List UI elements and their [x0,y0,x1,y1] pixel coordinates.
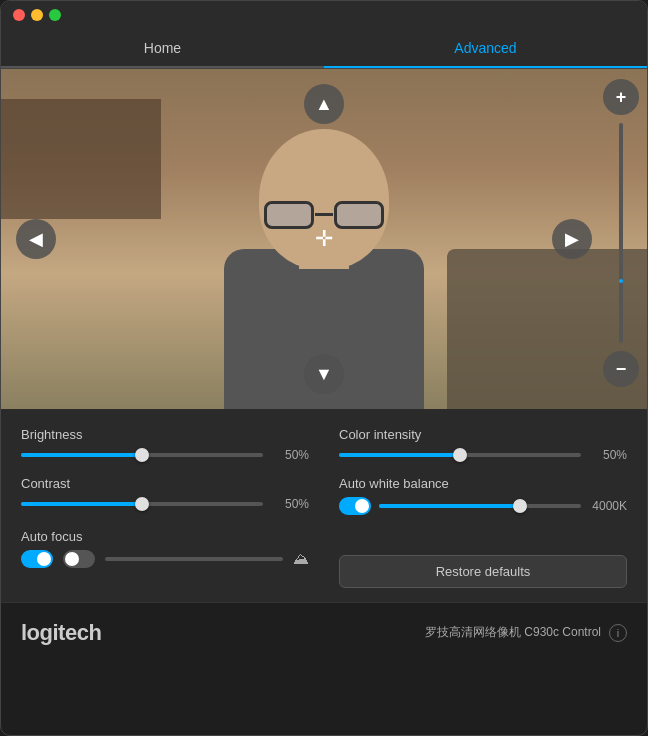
color-intensity-row: 50% [339,448,627,462]
mountain-icon: ⛰ [293,550,309,568]
info-icon[interactable]: i [609,624,627,642]
tab-advanced[interactable]: Advanced [324,29,647,68]
maximize-button[interactable] [49,9,61,21]
color-intensity-value: 50% [589,448,627,462]
color-intensity-slider[interactable] [339,453,581,457]
glass-bridge [315,213,333,216]
zoom-thumb[interactable] [619,279,623,283]
contrast-control: Contrast 50% [21,476,309,515]
traffic-lights [13,9,61,21]
footer: logitech 罗技高清网络像机 C930c Control i [1,602,647,662]
white-balance-fill [379,504,520,508]
auto-focus-control: Auto focus ⛰ [21,529,309,588]
auto-focus-toggle2[interactable] [63,550,95,568]
zoom-in-button[interactable]: + [603,79,639,115]
color-intensity-control: Color intensity 50% [339,427,627,462]
auto-focus-label: Auto focus [21,529,309,544]
contrast-row: 50% [21,497,309,511]
color-intensity-fill [339,453,460,457]
footer-right: 罗技高清网络像机 C930c Control i [425,624,627,642]
auto-white-balance-toggle[interactable] [339,497,371,515]
contrast-fill [21,502,142,506]
glass-left [264,201,314,229]
auto-focus-toggle[interactable] [21,550,53,568]
logitech-logo: logitech [21,620,101,646]
white-balance-slider[interactable] [379,504,581,508]
auto-white-balance-row: 4000K [339,497,627,515]
auto-focus-knob [37,552,51,566]
auto-focus-row: ⛰ [21,550,309,568]
glass-right [334,201,384,229]
nav-center-handle[interactable]: ✛ [315,226,333,252]
tab-bar: Home Advanced [1,29,647,69]
controls-grid: Brightness 50% Color intensity 50% [21,427,627,588]
restore-defaults-button[interactable]: Restore defaults [339,555,627,588]
tab-home[interactable]: Home [1,29,324,68]
brightness-slider[interactable] [21,453,263,457]
white-balance-value: 4000K [589,499,627,513]
device-name: 罗技高清网络像机 C930c Control [425,624,601,641]
zoom-track[interactable] [619,123,623,343]
zoom-out-button[interactable]: − [603,351,639,387]
nav-right-button[interactable]: ▶ [552,219,592,259]
nav-left-button[interactable]: ◀ [16,219,56,259]
auto-white-balance-knob [355,499,369,513]
brightness-row: 50% [21,448,309,462]
contrast-slider[interactable] [21,502,263,506]
zoom-slider-container: + − [603,79,639,387]
auto-white-balance-control: Auto white balance 4000K [339,476,627,515]
white-balance-thumb[interactable] [513,499,527,513]
focus-slider[interactable] [105,557,283,561]
wall-shelf [1,99,161,219]
title-bar [1,1,647,29]
nav-down-button[interactable]: ▼ [304,354,344,394]
brightness-control: Brightness 50% [21,427,309,462]
restore-defaults-container: Restore defaults [339,529,627,588]
minimize-button[interactable] [31,9,43,21]
auto-white-balance-label: Auto white balance [339,476,627,491]
brightness-label: Brightness [21,427,309,442]
camera-view: ▲ ▼ ◀ ▶ ✛ + − [1,69,647,409]
auto-focus-knob2 [65,552,79,566]
color-intensity-thumb[interactable] [453,448,467,462]
brightness-thumb[interactable] [135,448,149,462]
color-intensity-label: Color intensity [339,427,627,442]
nav-up-button[interactable]: ▲ [304,84,344,124]
brightness-value: 50% [271,448,309,462]
contrast-label: Contrast [21,476,309,491]
contrast-thumb[interactable] [135,497,149,511]
close-button[interactable] [13,9,25,21]
contrast-value: 50% [271,497,309,511]
controls-section: Brightness 50% Color intensity 50% [1,409,647,602]
brightness-fill [21,453,142,457]
